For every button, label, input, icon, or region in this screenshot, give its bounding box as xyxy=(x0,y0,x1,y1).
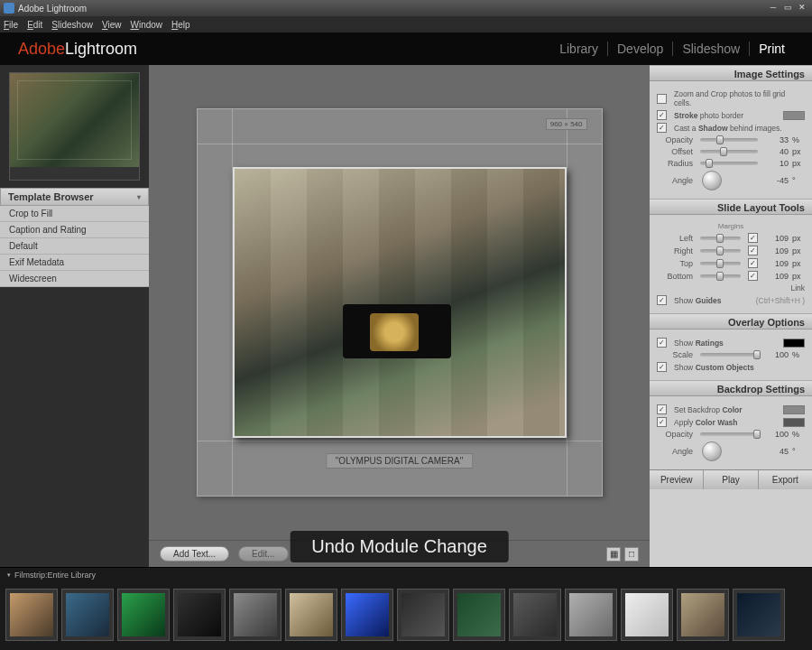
margin-right-checkbox[interactable] xyxy=(748,246,758,255)
template-item[interactable]: Crop to Fill xyxy=(0,206,149,222)
overlay-header[interactable]: Overlay Options xyxy=(650,313,812,330)
filmstrip-thumb[interactable] xyxy=(565,589,617,641)
template-item[interactable]: Exif Metadata xyxy=(0,255,149,271)
filmstrip-row[interactable] xyxy=(0,582,812,647)
backdrop-opacity-slider[interactable] xyxy=(700,432,758,436)
margin-left-checkbox[interactable] xyxy=(748,233,758,243)
filmstrip: ▾ Filmstrip: Entire Library xyxy=(0,567,812,650)
ratings-scale-slider[interactable] xyxy=(700,353,758,357)
module-print[interactable]: Print xyxy=(749,42,794,56)
opacity-slider[interactable] xyxy=(700,138,758,142)
filmstrip-thumb[interactable] xyxy=(341,589,393,641)
color-wash-swatch[interactable] xyxy=(783,418,805,427)
guide-line xyxy=(198,441,602,441)
filmstrip-thumb[interactable] xyxy=(677,589,729,641)
offset-label: Offset xyxy=(657,147,693,156)
preview-thumbnail-image xyxy=(10,73,139,167)
angle-dial[interactable] xyxy=(702,171,722,190)
margin-top-slider[interactable] xyxy=(700,262,741,265)
filmstrip-thumb[interactable] xyxy=(285,589,337,641)
margin-left-slider[interactable] xyxy=(700,237,741,240)
preview-thumbnail[interactable] xyxy=(9,72,140,181)
maximize-button[interactable]: ▭ xyxy=(781,3,794,14)
color-wash-label: Apply Color Wash xyxy=(674,418,738,427)
angle-label: Angle xyxy=(657,176,693,185)
menu-view[interactable]: View xyxy=(102,20,122,30)
link-label[interactable]: Link xyxy=(790,283,805,292)
module-library[interactable]: Library xyxy=(550,42,607,56)
filmstrip-thumb[interactable] xyxy=(5,589,58,641)
margin-bottom-slider[interactable] xyxy=(700,274,741,278)
offset-slider[interactable] xyxy=(700,150,758,153)
minimize-button[interactable]: ─ xyxy=(767,3,780,14)
show-custom-checkbox[interactable] xyxy=(657,362,667,372)
preview-thumbnail-caption xyxy=(10,167,139,180)
stroke-color-swatch[interactable] xyxy=(783,111,805,120)
close-button[interactable]: ✕ xyxy=(796,3,808,14)
margin-right-slider[interactable] xyxy=(700,249,741,253)
shadow-checkbox[interactable] xyxy=(657,123,667,133)
backdrop-color-label: Set Backdrop Color xyxy=(674,405,743,414)
margin-top-checkbox[interactable] xyxy=(748,258,758,268)
layout-header[interactable]: Slide Layout Tools xyxy=(650,199,812,215)
canvas-toolbar: Add Text... Edit... ▦ □ xyxy=(149,540,650,567)
slide-photo[interactable] xyxy=(233,167,567,438)
show-guides-checkbox[interactable] xyxy=(657,295,667,305)
slide-frame[interactable]: 960 × 540 "OLYMPUS DIGITAL CAMERA" xyxy=(197,108,603,497)
edit-button[interactable]: Edit... xyxy=(238,546,289,562)
single-view-button[interactable]: □ xyxy=(624,547,639,562)
chevron-down-icon: ▾ xyxy=(7,571,11,579)
filmstrip-header[interactable]: ▾ Filmstrip: Entire Library xyxy=(0,568,812,582)
canvas-area[interactable]: 960 × 540 "OLYMPUS DIGITAL CAMERA" xyxy=(149,65,650,540)
filmstrip-thumb[interactable] xyxy=(621,589,673,641)
guides-shortcut: (Ctrl+Shift+H ) xyxy=(756,296,805,305)
add-text-button[interactable]: Add Text... xyxy=(160,546,229,562)
menu-help[interactable]: Help xyxy=(171,20,190,30)
menu-edit[interactable]: Edit xyxy=(27,20,42,30)
menu-window[interactable]: Window xyxy=(130,20,162,30)
filmstrip-thumb[interactable] xyxy=(117,589,170,641)
zoom-crop-checkbox[interactable] xyxy=(657,94,667,104)
backdrop-header[interactable]: Backdrop Settings xyxy=(650,380,812,396)
template-item[interactable]: Default xyxy=(0,238,149,255)
margin-bottom-checkbox[interactable] xyxy=(748,271,758,281)
play-button[interactable]: Play xyxy=(703,470,757,489)
filmstrip-thumb[interactable] xyxy=(509,589,561,641)
chevron-down-icon: ▾ xyxy=(137,193,141,201)
color-wash-checkbox[interactable] xyxy=(657,417,667,427)
backdrop-color-swatch[interactable] xyxy=(783,405,805,414)
opacity-value: 33 xyxy=(765,135,789,144)
image-settings-header[interactable]: Image Settings xyxy=(650,65,812,81)
module-slideshow[interactable]: Slideshow xyxy=(672,42,749,56)
filmstrip-thumb[interactable] xyxy=(397,589,449,641)
filmstrip-thumb[interactable] xyxy=(61,589,114,641)
template-item[interactable]: Widescreen xyxy=(0,271,149,287)
slide-caption[interactable]: "OLYMPUS DIGITAL CAMERA" xyxy=(326,453,473,469)
filmstrip-thumb[interactable] xyxy=(173,589,226,641)
zoom-crop-label: Zoom and Crop photos to fill grid cells. xyxy=(674,89,805,107)
filmstrip-thumb[interactable] xyxy=(229,589,281,641)
template-item[interactable]: Caption and Rating xyxy=(0,222,149,238)
show-ratings-checkbox[interactable] xyxy=(657,338,667,348)
ratings-color-swatch[interactable] xyxy=(783,339,805,348)
preview-button[interactable]: Preview xyxy=(650,470,703,489)
main-area: Template Browser ▾ Crop to Fill Caption … xyxy=(0,65,812,567)
menu-file[interactable]: File xyxy=(4,20,18,30)
filmstrip-thumb[interactable] xyxy=(733,589,785,641)
radius-slider[interactable] xyxy=(700,162,758,165)
app-icon xyxy=(4,3,14,14)
backdrop-color-checkbox[interactable] xyxy=(657,404,667,414)
stroke-checkbox[interactable] xyxy=(657,110,667,120)
grid-view-button[interactable]: ▦ xyxy=(606,547,621,562)
export-button[interactable]: Export xyxy=(758,470,812,489)
backdrop-angle-dial[interactable] xyxy=(702,441,722,461)
guide-line xyxy=(567,109,567,496)
template-browser-header[interactable]: Template Browser ▾ xyxy=(0,188,149,206)
module-switcher: Library Develop Slideshow Print xyxy=(550,42,794,56)
right-panel: Image Settings Zoom and Crop photos to f… xyxy=(650,65,812,567)
module-develop[interactable]: Develop xyxy=(607,42,672,56)
window-title: Adobe Lightroom xyxy=(18,4,87,14)
menu-slideshow[interactable]: Slideshow xyxy=(51,20,93,30)
filmstrip-thumb[interactable] xyxy=(453,589,505,641)
menu-bar: File Edit Slideshow View Window Help xyxy=(0,16,812,32)
